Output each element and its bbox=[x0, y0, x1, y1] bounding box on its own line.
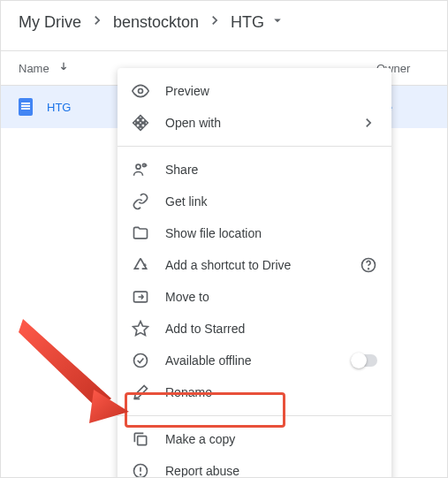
menu-add-starred[interactable]: Add to Starred bbox=[118, 313, 391, 345]
breadcrumb-root[interactable]: My Drive bbox=[19, 13, 81, 32]
svg-point-4 bbox=[368, 269, 369, 269]
menu-share[interactable]: Share bbox=[118, 154, 391, 186]
menu-report-abuse[interactable]: Report abuse bbox=[118, 455, 391, 478]
docs-icon bbox=[19, 98, 33, 116]
menu-move-to[interactable]: Move to bbox=[118, 281, 391, 313]
menu-divider bbox=[118, 415, 391, 416]
drive-shortcut-icon bbox=[132, 256, 149, 274]
menu-divider bbox=[118, 146, 391, 147]
menu-make-copy[interactable]: Make a copy bbox=[118, 423, 391, 455]
report-icon bbox=[132, 462, 149, 478]
menu-rename[interactable]: Rename bbox=[118, 376, 391, 408]
svg-rect-8 bbox=[138, 436, 147, 445]
svg-marker-6 bbox=[133, 322, 148, 336]
svg-point-10 bbox=[140, 474, 141, 475]
copy-icon bbox=[132, 430, 149, 448]
breadcrumb-folder[interactable]: benstockton bbox=[113, 13, 199, 32]
chevron-right-icon bbox=[206, 11, 224, 34]
open-with-icon bbox=[132, 114, 149, 132]
breadcrumb-current[interactable]: HTG bbox=[231, 12, 285, 33]
eye-icon bbox=[132, 82, 149, 100]
menu-show-location[interactable]: Show file location bbox=[118, 217, 391, 249]
arrow-down-icon bbox=[57, 60, 71, 77]
annotation-arrow bbox=[10, 310, 133, 425]
menu-add-shortcut[interactable]: Add a shortcut to Drive bbox=[118, 249, 391, 281]
menu-available-offline[interactable]: Available offline bbox=[118, 345, 391, 376]
svg-point-0 bbox=[139, 89, 143, 94]
link-icon bbox=[132, 193, 149, 210]
context-menu: Preview Open with Share Get link Show fi… bbox=[118, 68, 391, 478]
menu-preview[interactable]: Preview bbox=[118, 75, 391, 107]
star-icon bbox=[132, 320, 149, 338]
breadcrumb: My Drive benstockton HTG bbox=[1, 1, 447, 43]
svg-point-7 bbox=[134, 354, 148, 368]
caret-down-icon bbox=[270, 12, 285, 33]
chevron-right-icon bbox=[360, 114, 377, 132]
file-name: HTG bbox=[47, 101, 71, 114]
move-icon bbox=[132, 288, 149, 306]
folder-icon bbox=[132, 224, 149, 242]
menu-get-link[interactable]: Get link bbox=[118, 186, 391, 217]
svg-point-1 bbox=[136, 164, 140, 169]
rename-icon bbox=[132, 383, 149, 401]
menu-open-with[interactable]: Open with bbox=[118, 107, 391, 139]
share-icon bbox=[132, 161, 149, 178]
offline-icon bbox=[132, 352, 149, 369]
help-icon[interactable] bbox=[360, 256, 377, 274]
toggle-off[interactable] bbox=[351, 354, 377, 367]
chevron-right-icon bbox=[88, 11, 106, 34]
